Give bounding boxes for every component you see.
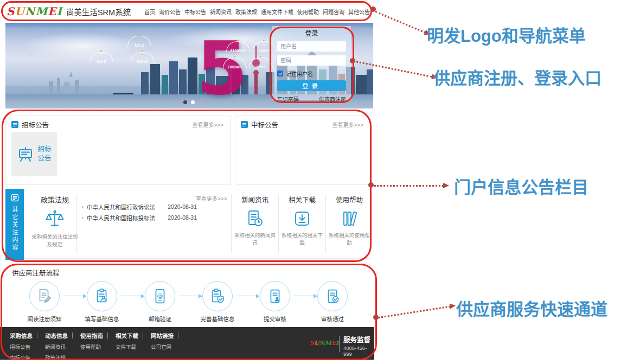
step-circle-complete-info [202, 281, 233, 311]
footer-col-news: 动态信息 新闻资讯 政策法规 [45, 331, 73, 361]
nav-item[interactable]: 新闻资讯 [210, 8, 232, 16]
step-label: 审核通过 [303, 315, 362, 323]
step-label: 填写基础信息 [72, 315, 132, 323]
win-panel-title: 中标公告 [251, 119, 278, 130]
annotation-label-nav: 明发Logo和导航菜单 [427, 22, 586, 47]
footer-sunmei-logo: SUNMEI [310, 340, 338, 347]
win-more-link[interactable]: 查看更多>>> [332, 120, 363, 129]
board-list-icon [11, 121, 18, 128]
annotation-arrow-icon [379, 306, 451, 318]
download-title: 相关下载 [279, 194, 325, 205]
stat-badge: NO.2 [126, 35, 153, 47]
policy-more-link[interactable]: 查看更多>>> [196, 194, 227, 202]
step-label: 邮箱验证 [130, 315, 190, 323]
footer-link[interactable]: 招标公告 [10, 343, 37, 350]
books-icon [340, 209, 359, 228]
flow-arrow-icon [236, 296, 257, 296]
bid-more-link[interactable]: 查看更多>>> [192, 120, 223, 129]
footer-col-title[interactable]: 网站链接 [151, 331, 174, 340]
footer-col-guide: 使用指南 使用帮助 [80, 331, 108, 361]
nav-item[interactable]: 中标公告 [184, 8, 206, 16]
help-column[interactable]: 使用帮助 系统相关的使用帮助 [326, 189, 373, 258]
nav-item[interactable]: 问题咨询 [323, 8, 344, 16]
flow-arrow-icon [293, 296, 314, 296]
bullet-icon [82, 217, 84, 219]
bid-announcement-panel: 招标公告 查看更多>>> 招标公告 [5, 116, 231, 185]
stat-badge: NO.5 [88, 51, 115, 63]
portal-page: SUNMEI 尚美生活SRM系统 首页询价公告中标公告新闻资讯政策法规通用文件下… [0, 0, 627, 364]
policy-block[interactable]: 政策法规 采购相关的法律法规及规范 [29, 189, 81, 258]
clipboard-shield-icon [208, 287, 227, 305]
step-label: 提交审核 [245, 315, 305, 323]
annotation-label-portal-info: 门户信息公告栏目 [454, 174, 588, 198]
process-title: 供应商注册流程 [12, 267, 60, 278]
help-caption: 系统相关的使用帮助 [326, 232, 373, 247]
stat-badge: 7000w+ [221, 56, 248, 68]
page-footer: 采购信息 招标公告 中标公告 动态信息 新闻资讯 政策法规 使用指南 使用帮助 … [0, 327, 374, 360]
nav-item[interactable]: 使用帮助 [297, 8, 319, 16]
annotation-arrow-icon [375, 11, 425, 34]
footer-link[interactable]: 中标公告 [10, 354, 37, 361]
carousel-dot[interactable] [191, 100, 195, 104]
service-phone: 4006-456-999 [343, 345, 374, 357]
login-title: 登录 [277, 28, 346, 37]
news-column[interactable]: 新闻资讯 采购相关的新闻资讯 [232, 189, 278, 258]
news-caption: 采购相关的新闻资讯 [232, 232, 278, 247]
step-label: 阅读注册须知 [15, 315, 74, 323]
carousel-dots [183, 100, 195, 104]
download-caption: 系统相关的相关下载 [279, 232, 325, 247]
nav-item[interactable]: 询价公告 [159, 8, 181, 16]
bid-tile[interactable]: 招标公告 [11, 132, 57, 176]
carousel-dot-active[interactable] [183, 100, 187, 104]
supplier-register-link[interactable]: 供应商注册 [319, 95, 346, 103]
nav-item[interactable]: 首页 [144, 8, 155, 16]
easel-board-icon [17, 145, 34, 163]
password-input[interactable] [277, 55, 346, 66]
annotation-label-supplier-service: 供应商服务快速通道 [456, 296, 607, 320]
sunmei-logo[interactable]: SUNMEI [7, 5, 62, 18]
nav-item[interactable]: 通用文件下载 [261, 8, 293, 16]
top-header: SUNMEI 尚美生活SRM系统 首页询价公告中标公告新闻资讯政策法规通用文件下… [0, 0, 374, 23]
help-title: 使用帮助 [326, 194, 373, 205]
footer-link[interactable]: 公司官网 [151, 343, 178, 350]
footer-col-title[interactable]: 动态信息 [45, 331, 68, 340]
step-label: 完善基础信息 [188, 315, 247, 323]
footer-col-title[interactable]: 使用指南 [80, 331, 103, 340]
stat-badge: 325+ [247, 56, 274, 68]
divider [76, 195, 77, 253]
document-check-icon [323, 287, 342, 305]
divider [178, 333, 178, 339]
flow-arrow-icon [63, 296, 84, 296]
policy-list: 中华人民共和国行政诉讼法 2020-08-31 中华人民共和国招标投标法 202… [82, 201, 197, 223]
divider [143, 333, 143, 339]
remember-checkbox-checked[interactable] [277, 71, 283, 76]
document-pencil-icon [35, 287, 54, 305]
document-person-icon [266, 287, 284, 305]
annotation-dot [373, 315, 379, 320]
footer-col-procurement: 采购信息 招标公告 中标公告 [10, 331, 37, 361]
footer-link[interactable]: 文件下载 [116, 343, 143, 350]
footer-col-title[interactable]: 相关下载 [116, 331, 138, 340]
nav-item[interactable]: 政策法规 [235, 8, 257, 16]
remember-label: 记住用户名 [286, 69, 313, 78]
other-content-sidebar[interactable]: 其它关注内容 [5, 189, 24, 260]
footer-link[interactable]: 使用帮助 [80, 343, 108, 350]
footer-link[interactable]: 新闻资讯 [45, 343, 73, 350]
login-button[interactable]: 登录 [277, 80, 346, 91]
forgot-password-link[interactable]: 忘记密码 [277, 95, 299, 103]
board-list-icon [241, 121, 248, 128]
step-circle-approved [317, 281, 348, 311]
footer-col-title[interactable]: 采购信息 [10, 331, 33, 340]
download-column[interactable]: 相关下载 系统相关的相关下载 [279, 189, 325, 258]
username-input[interactable] [277, 41, 346, 52]
step-circle-email-verify: @ [145, 281, 175, 311]
bid-tile-label: 招标公告 [38, 145, 52, 163]
step-circle-fill-info [87, 281, 117, 311]
policy-list-item[interactable]: 中华人民共和国行政诉讼法 2020-08-31 [82, 201, 197, 212]
remember-row: 记住用户名 [277, 69, 346, 78]
document-lines-icon [11, 194, 19, 202]
clipboard-person-icon [93, 287, 111, 305]
policy-list-item[interactable]: 中华人民共和国招标投标法 2020-08-31 [82, 212, 197, 223]
nav-item[interactable]: 其他公告 [348, 8, 370, 16]
footer-link[interactable]: 政策法规 [45, 354, 73, 361]
